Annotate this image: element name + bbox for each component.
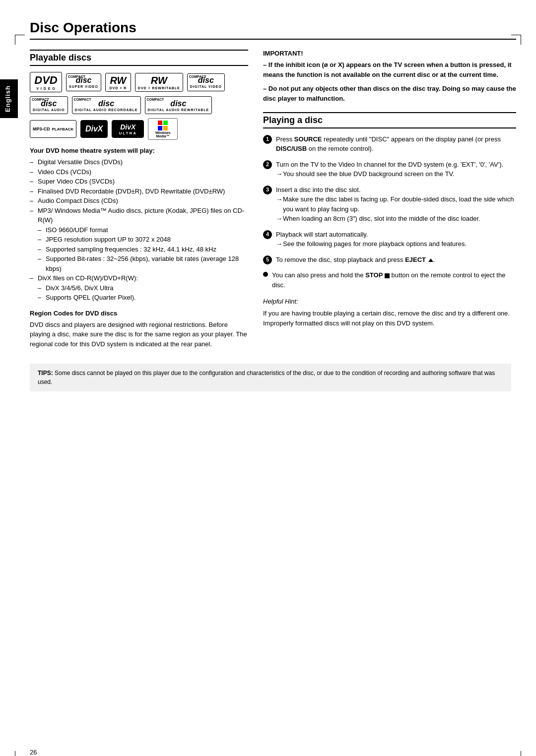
step-num-2: 2	[263, 160, 272, 169]
list-item: Super Video CDs (SVCDs)	[30, 177, 248, 187]
step-num-5: 5	[263, 255, 272, 264]
two-column-layout: Playable discs DVD V I D E O COMPACT dis…	[30, 50, 516, 354]
compact-dv-logo: COMPACT disc DIGITAL VIDEO	[187, 73, 225, 91]
hint-title: Helpful Hint:	[263, 297, 516, 307]
dvd-video-logo: DVD V I D E O	[30, 72, 62, 92]
compact-sv-logo: COMPACT disc SUPER VIDEO	[66, 73, 101, 91]
corner-mark-tl	[15, 35, 25, 45]
list-item: Audio Compact Discs (CDs)	[30, 196, 248, 206]
page-wrapper: English Disc Operations Playable discs D…	[0, 20, 536, 756]
windows-media-logo: WindowsMedia™	[148, 118, 178, 140]
corner-mark-br	[511, 751, 521, 756]
eject-icon	[428, 258, 433, 262]
divx-logo: DivX	[80, 120, 108, 138]
step-3: 3 Insert a disc into the disc slot. Make…	[263, 185, 516, 224]
step-1: 1 Press SOURCE repeatedly until "DISC" a…	[263, 134, 516, 154]
corner-mark-tr	[511, 35, 521, 45]
will-play-heading: Your DVD home theatre system will play:	[30, 147, 248, 154]
compact-rec-logo: COMPACT disc DIGITAL AUDIO Recordable	[72, 96, 141, 114]
svg-rect-0	[158, 121, 162, 125]
svg-rect-1	[163, 121, 168, 125]
step-2-arrow: You should see the blue DVD background s…	[276, 169, 516, 179]
language-tab: English	[0, 79, 18, 118]
stop-square-icon	[385, 273, 390, 278]
divx-ultra-logo: DivX ULTRA	[112, 120, 144, 138]
step-5: 5 To remove the disc, stop playback and …	[263, 255, 516, 265]
corner-mark-bl	[15, 751, 25, 756]
step-5-content: To remove the disc, stop playback and pr…	[276, 255, 516, 265]
bullet-stop-note: You can also press and hold the STOP but…	[263, 270, 516, 290]
important-point-1: – If the inhibit icon (ø or X) appears o…	[263, 60, 516, 80]
will-play-list: Digital Versatile Discs (DVDs) Video CDs…	[30, 157, 248, 303]
numbered-steps: 1 Press SOURCE repeatedly until "DISC" a…	[263, 134, 516, 265]
step-4-content: Playback will start automatically. See t…	[276, 230, 516, 249]
step-num-3: 3	[263, 186, 272, 194]
step-3-arrow-2: When loading an 8cm (3") disc, slot into…	[276, 214, 516, 224]
dvd-rw-logo: RW DVD + ReWritable	[135, 73, 183, 92]
step-num-4: 4	[263, 230, 272, 239]
step-3-arrow-1: Make sure the disc label is facing up. F…	[276, 194, 516, 214]
mp3-cd-logo: MP3-CD PLAYBACK	[30, 120, 76, 138]
playable-discs-heading: Playable discs	[30, 50, 248, 66]
step-4: 4 Playback will start automatically. See…	[263, 230, 516, 249]
svg-rect-3	[163, 126, 168, 130]
left-column: Playable discs DVD V I D E O COMPACT dis…	[30, 50, 248, 354]
list-item-sub: Supported Bit-rates : 32~256 (kbps), var…	[30, 254, 248, 273]
list-item: MP3/ Windows Media™ Audio discs, picture…	[30, 206, 248, 225]
list-item: DivX files on CD-R(W)/DVD+R(W):	[30, 273, 248, 283]
svg-rect-2	[158, 126, 162, 130]
dvd-r-logo: RW DVD + R	[105, 73, 131, 92]
step-num-1: 1	[263, 135, 272, 144]
region-codes-text: DVD discs and players are designed with …	[30, 320, 248, 349]
list-item: Video CDs (VCDs)	[30, 167, 248, 177]
bullet-circle	[263, 272, 268, 277]
list-item-sub: Supported sampling frequencies : 32 kHz,…	[30, 245, 248, 254]
list-item-sub: ISO 9660/UDF format	[30, 225, 248, 235]
important-box: IMPORTANT! – If the inhibit icon (ø or X…	[263, 50, 516, 104]
disc-logos: DVD V I D E O COMPACT disc SUPER VIDEO R…	[30, 72, 248, 140]
list-item-sub: Supports QPEL (Quarter Pixel).	[30, 293, 248, 303]
list-item-sub: JPEG resolution support UP to 3072 x 204…	[30, 235, 248, 245]
tips-label: TIPS:	[38, 370, 53, 377]
step-3-content: Insert a disc into the disc slot. Make s…	[276, 185, 516, 224]
region-codes-heading: Region Codes for DVD discs	[30, 310, 248, 317]
step-2-content: Turn on the TV to the Video In channel f…	[276, 160, 516, 179]
title-rule	[30, 39, 516, 40]
compact-rw-logo: COMPACT disc DIGITAL AUDIO ReWritable	[145, 96, 212, 114]
list-item: Digital Versatile Discs (DVDs)	[30, 157, 248, 167]
hint-text: If you are having trouble playing a cert…	[263, 309, 516, 328]
compact-da-logo: COMPACT disc DIGITAL AUDIO	[30, 96, 68, 114]
important-title: IMPORTANT!	[263, 50, 516, 57]
step-4-arrow: See the following pages for more playbac…	[276, 239, 516, 249]
list-item: Finalised DVD Recordable (DVD±R), DVD Re…	[30, 187, 248, 196]
important-point-2: – Do not put any objects other than disc…	[263, 84, 516, 104]
tips-box: TIPS: Some discs cannot be played on thi…	[30, 364, 511, 391]
tips-text: Some discs cannot be played on this play…	[38, 370, 495, 385]
main-content: Disc Operations Playable discs DVD V I D…	[25, 20, 516, 426]
step-2: 2 Turn on the TV to the Video In channel…	[263, 160, 516, 179]
helpful-hint: Helpful Hint: If you are having trouble …	[263, 297, 516, 328]
list-item-sub: DivX 3/4/5/6, DivX Ultra	[30, 283, 248, 293]
page-title: Disc Operations	[30, 20, 516, 36]
windows-icon	[157, 120, 168, 131]
playing-disc-heading: Playing a disc	[263, 112, 516, 128]
step-1-content: Press SOURCE repeatedly until "DISC" app…	[276, 134, 516, 154]
page-number: 26	[30, 749, 37, 756]
right-column: IMPORTANT! – If the inhibit icon (ø or X…	[263, 50, 516, 354]
playing-disc-section: Playing a disc 1 Press SOURCE repeatedly…	[263, 112, 516, 329]
